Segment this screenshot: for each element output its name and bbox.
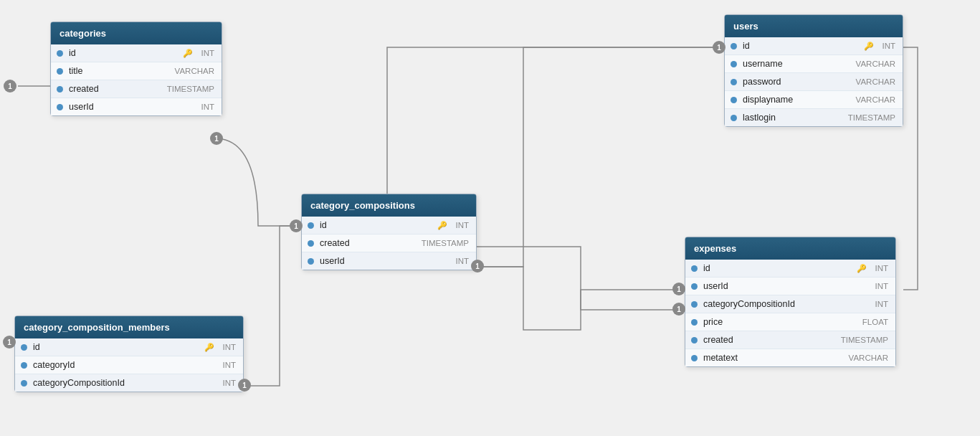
field-dot (731, 79, 737, 85)
table-category-composition-members: category_composition_members id 🔑 INT ca… (14, 316, 244, 392)
table-row: metatext VARCHAR (685, 349, 895, 366)
table-row: title VARCHAR (51, 62, 222, 80)
table-expenses-body: id 🔑 INT userId INT categoryCompositionI… (685, 260, 895, 366)
field-dot (57, 104, 63, 110)
field-dot (21, 362, 27, 369)
table-users-body: id 🔑 INT username VARCHAR password VARCH… (725, 37, 903, 126)
table-row: lastlogin TIMESTAMP (725, 109, 903, 126)
field-dot (691, 319, 698, 326)
table-category-compositions: category_compositions id 🔑 INT created T… (301, 194, 477, 270)
key-icon: 🔑 (183, 49, 193, 58)
key-icon: 🔑 (857, 264, 867, 273)
table-category-composition-members-header: category_composition_members (15, 316, 243, 338)
field-dot (731, 97, 737, 103)
cardinality-badge: 1 (713, 41, 726, 54)
table-row: password VARCHAR (725, 73, 903, 91)
table-row: id 🔑 INT (685, 260, 895, 278)
field-dot (308, 240, 314, 247)
cardinality-badge: 1 (4, 80, 16, 93)
cardinality-badge: 1 (210, 132, 223, 145)
field-dot (731, 61, 737, 67)
field-dot (57, 68, 63, 75)
field-dot (21, 344, 27, 351)
table-row: id 🔑 INT (51, 44, 222, 62)
table-categories: categories id 🔑 INT title VARCHAR create… (50, 22, 222, 116)
table-row: userId INT (685, 278, 895, 295)
diagram-canvas: categories id 🔑 INT title VARCHAR create… (0, 0, 980, 436)
table-row: categoryCompositionId INT (15, 374, 243, 392)
table-row: id 🔑 INT (725, 37, 903, 55)
cardinality-badge: 1 (290, 219, 303, 232)
cardinality-badge: 1 (471, 260, 484, 272)
field-dot (308, 222, 314, 229)
table-row: categoryId INT (15, 356, 243, 374)
table-row: categoryCompositionId INT (685, 295, 895, 313)
field-dot (691, 301, 698, 308)
table-category-compositions-header: category_compositions (302, 194, 476, 217)
table-row: username VARCHAR (725, 55, 903, 73)
table-row: created TIMESTAMP (302, 234, 476, 252)
table-expenses: expenses id 🔑 INT userId INT categoryCom… (685, 237, 896, 367)
table-users: users id 🔑 INT username VARCHAR password… (724, 14, 903, 127)
table-users-header: users (725, 15, 903, 37)
cardinality-badge: 1 (672, 283, 685, 295)
field-dot (308, 258, 314, 265)
table-row: userId INT (302, 252, 476, 270)
field-dot (57, 86, 63, 93)
table-categories-header: categories (51, 22, 222, 44)
table-categories-body: id 🔑 INT title VARCHAR created TIMESTAMP… (51, 44, 222, 115)
cardinality-badge: 1 (238, 379, 251, 392)
table-row: displayname VARCHAR (725, 91, 903, 109)
field-dot (691, 355, 698, 361)
table-row: userId INT (51, 98, 222, 115)
key-icon: 🔑 (864, 42, 874, 51)
field-dot (691, 265, 698, 272)
cardinality-badge: 1 (672, 303, 685, 316)
table-row: created TIMESTAMP (685, 331, 895, 349)
table-row: price FLOAT (685, 313, 895, 331)
table-row: id 🔑 INT (302, 217, 476, 234)
table-row: id 🔑 INT (15, 338, 243, 356)
cardinality-badge: 1 (3, 336, 16, 349)
field-dot (731, 115, 737, 121)
table-row: created TIMESTAMP (51, 80, 222, 98)
key-icon: 🔑 (204, 343, 214, 352)
table-expenses-header: expenses (685, 237, 895, 260)
field-dot (691, 283, 698, 290)
table-category-composition-members-body: id 🔑 INT categoryId INT categoryComposit… (15, 338, 243, 392)
field-dot (731, 43, 737, 49)
field-dot (21, 380, 27, 387)
field-dot (57, 50, 63, 57)
key-icon: 🔑 (437, 221, 447, 230)
table-category-compositions-body: id 🔑 INT created TIMESTAMP userId INT (302, 217, 476, 270)
field-dot (691, 337, 698, 343)
